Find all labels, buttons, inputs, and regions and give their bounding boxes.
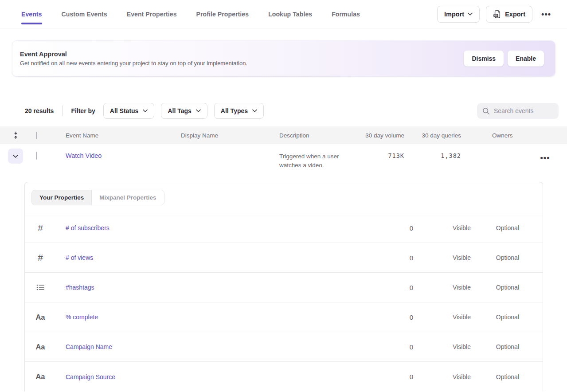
event-approval-banner: Event Approval Get notified on all new e… (12, 41, 555, 76)
column-header-description: Description (279, 132, 364, 139)
property-row: # # of subscribers 0 Visible Optional (25, 213, 543, 243)
property-link[interactable]: # of views (66, 254, 93, 261)
property-value: 0 (387, 343, 413, 351)
banner-text: Event Approval Get notified on all new e… (20, 51, 247, 67)
event-description: Triggered when a user watches a video. (279, 144, 364, 170)
types-filter-label: All Types (221, 107, 248, 114)
chevron-down-icon (468, 12, 473, 16)
property-value: 0 (387, 224, 413, 232)
column-header-volume: 30 day volume (364, 132, 408, 139)
column-header-owners: Owners (470, 132, 523, 139)
tags-filter-dropdown[interactable]: All Tags (161, 103, 207, 119)
more-menu-button[interactable]: ••• (539, 8, 554, 20)
property-value: 0 (387, 254, 413, 262)
property-requirement: Optional (471, 373, 543, 380)
event-row: Watch Video Triggered when a user watche… (0, 144, 567, 174)
list-icon (36, 284, 45, 291)
import-button[interactable]: Import (437, 6, 480, 23)
property-visibility: Visible (413, 343, 471, 350)
ellipsis-icon: ••• (540, 153, 550, 162)
property-requirement: Optional (471, 224, 543, 231)
property-requirement: Optional (471, 254, 543, 261)
chevron-down-icon (13, 154, 18, 158)
property-requirement: Optional (471, 284, 543, 291)
filter-bar: 20 results Filter by All Status All Tags… (0, 103, 567, 119)
lexicon-tabs: Events Custom Events Event Properties Pr… (21, 0, 360, 28)
banner-subtitle: Get notified on all new events entering … (20, 60, 247, 67)
dismiss-button[interactable]: Dismiss (464, 51, 504, 67)
chevron-down-icon (143, 109, 148, 113)
property-row: #hashtags 0 Visible Optional (25, 273, 543, 302)
number-icon: # (38, 252, 43, 263)
property-value: 0 (387, 314, 413, 321)
export-button[interactable]: CSV Export (486, 6, 532, 23)
tab-lookup-tables[interactable]: Lookup Tables (268, 0, 312, 28)
property-row: Aa Campaign Name 0 Visible Optional (25, 332, 543, 362)
search-box (477, 103, 559, 119)
property-row: # # of views 0 Visible Optional (25, 243, 543, 273)
top-nav: Events Custom Events Event Properties Pr… (0, 0, 567, 28)
status-filter-label: All Status (110, 107, 139, 114)
row-checkbox[interactable] (36, 152, 37, 160)
properties-panel: Your Properties Mixpanel Properties # # … (24, 182, 543, 392)
property-link[interactable]: # of subscribers (66, 224, 109, 231)
filter-by-label: Filter by (71, 107, 95, 114)
property-value: 0 (387, 373, 413, 380)
import-button-label: Import (444, 11, 464, 18)
properties-tabbar: Your Properties Mixpanel Properties (25, 182, 543, 213)
property-row: Aa Campaign Source 0 Visible Optional (25, 362, 543, 392)
tab-events[interactable]: Events (21, 0, 42, 28)
property-link[interactable]: #hashtags (66, 284, 94, 291)
types-filter-dropdown[interactable]: All Types (214, 103, 264, 119)
number-icon: # (38, 223, 43, 233)
property-link[interactable]: % complete (66, 314, 98, 321)
svg-text:CSV: CSV (494, 14, 498, 16)
divider (62, 106, 63, 116)
property-requirement: Optional (471, 343, 543, 350)
tab-event-properties[interactable]: Event Properties (127, 0, 177, 28)
csv-file-icon: CSV (493, 10, 501, 19)
tab-profile-properties[interactable]: Profile Properties (196, 0, 249, 28)
tab-mixpanel-properties[interactable]: Mixpanel Properties (92, 190, 164, 205)
collapse-all-button[interactable] (0, 131, 31, 139)
tags-filter-label: All Tags (168, 107, 191, 114)
export-button-label: Export (505, 11, 525, 18)
event-display-name (181, 144, 279, 152)
tab-formulas[interactable]: Formulas (332, 0, 360, 28)
select-all-checkbox[interactable] (36, 132, 37, 139)
search-icon (482, 107, 490, 115)
row-more-button[interactable]: ••• (538, 152, 553, 164)
property-visibility: Visible (413, 254, 471, 261)
text-icon: Aa (35, 313, 45, 321)
tab-your-properties[interactable]: Your Properties (32, 190, 92, 205)
nav-actions: Import CSV Export ••• (437, 6, 554, 23)
property-visibility: Visible (413, 284, 471, 291)
column-header-queries: 30 day queries (408, 132, 470, 139)
chevron-down-icon (252, 109, 257, 113)
property-value: 0 (387, 284, 413, 291)
event-name-link[interactable]: Watch Video (44, 152, 102, 159)
collapse-row-button[interactable] (8, 149, 23, 164)
collapse-all-icon (12, 131, 19, 139)
property-link[interactable]: Campaign Name (66, 343, 112, 350)
banner-title: Event Approval (20, 51, 247, 58)
ellipsis-icon: ••• (541, 10, 551, 19)
status-filter-dropdown[interactable]: All Status (103, 103, 155, 119)
property-visibility: Visible (413, 224, 471, 231)
search-input[interactable] (494, 107, 553, 114)
enable-button[interactable]: Enable (508, 51, 544, 67)
banner-actions: Dismiss Enable (464, 51, 544, 67)
property-visibility: Visible (413, 314, 471, 321)
property-row: Aa % complete 0 Visible Optional (25, 302, 543, 332)
event-queries: 1,382 (408, 144, 470, 159)
properties-tab-group: Your Properties Mixpanel Properties (31, 190, 164, 205)
property-requirement: Optional (471, 314, 543, 321)
property-link[interactable]: Campaign Source (66, 373, 115, 380)
column-header-display-name: Display Name (181, 132, 279, 139)
tab-custom-events[interactable]: Custom Events (62, 0, 107, 28)
results-count: 20 results (25, 107, 54, 114)
column-header-event-name: Event Name (44, 132, 181, 139)
text-icon: Aa (35, 372, 45, 381)
table-header: Event Name Display Name Description 30 d… (0, 126, 567, 144)
text-icon: Aa (35, 343, 45, 351)
